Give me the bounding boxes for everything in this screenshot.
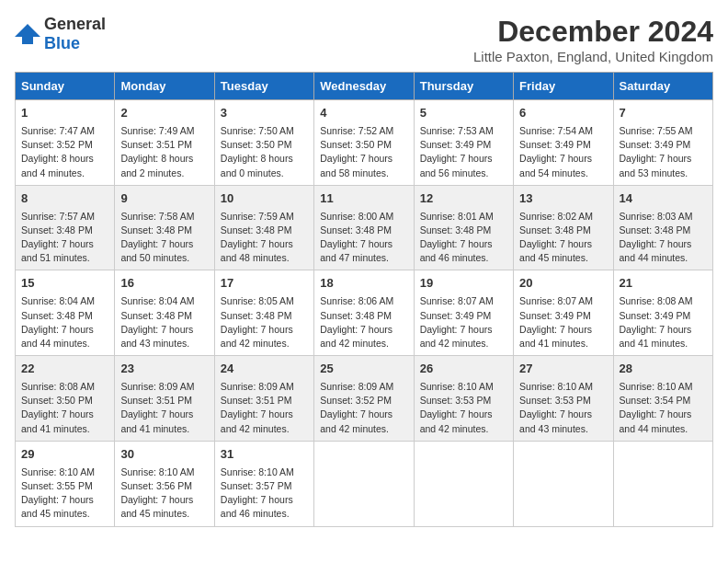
day-number: 20 xyxy=(519,275,607,293)
calendar-cell: 3Sunrise: 7:50 AM Sunset: 3:50 PM Daylig… xyxy=(214,100,313,186)
day-number: 13 xyxy=(519,190,607,208)
week-row-2: 8Sunrise: 7:57 AM Sunset: 3:48 PM Daylig… xyxy=(16,185,713,270)
day-number: 3 xyxy=(221,105,308,122)
calendar-cell xyxy=(414,441,513,526)
day-info: Sunrise: 8:10 AM Sunset: 3:55 PM Dayligh… xyxy=(21,465,108,522)
day-info: Sunrise: 8:07 AM Sunset: 3:49 PM Dayligh… xyxy=(519,294,607,350)
day-info: Sunrise: 8:04 AM Sunset: 3:48 PM Dayligh… xyxy=(21,294,108,350)
day-info: Sunrise: 8:04 AM Sunset: 3:48 PM Dayligh… xyxy=(120,294,208,350)
day-number: 22 xyxy=(21,361,108,378)
calendar-cell: 10Sunrise: 7:59 AM Sunset: 3:48 PM Dayli… xyxy=(214,185,313,270)
header: General Blue December 2024 Little Paxton… xyxy=(15,15,713,64)
calendar-cell: 20Sunrise: 8:07 AM Sunset: 3:49 PM Dayli… xyxy=(514,270,613,356)
day-number: 23 xyxy=(120,361,208,378)
day-info: Sunrise: 8:00 AM Sunset: 3:48 PM Dayligh… xyxy=(320,210,407,266)
day-info: Sunrise: 7:53 AM Sunset: 3:49 PM Dayligh… xyxy=(420,124,507,180)
calendar-cell: 19Sunrise: 8:07 AM Sunset: 3:49 PM Dayli… xyxy=(414,270,513,356)
day-info: Sunrise: 7:58 AM Sunset: 3:48 PM Dayligh… xyxy=(120,210,208,266)
day-info: Sunrise: 8:02 AM Sunset: 3:48 PM Dayligh… xyxy=(519,210,607,266)
day-number: 4 xyxy=(320,105,407,122)
day-number: 29 xyxy=(21,446,108,464)
day-info: Sunrise: 7:57 AM Sunset: 3:48 PM Dayligh… xyxy=(21,210,108,266)
calendar-cell: 23Sunrise: 8:09 AM Sunset: 3:51 PM Dayli… xyxy=(115,356,214,442)
day-number: 12 xyxy=(420,190,507,208)
col-header-thursday: Thursday xyxy=(414,73,513,100)
day-number: 5 xyxy=(420,105,507,122)
logo: General Blue xyxy=(15,15,106,53)
day-number: 28 xyxy=(620,361,707,378)
day-number: 21 xyxy=(620,275,707,293)
day-info: Sunrise: 8:01 AM Sunset: 3:48 PM Dayligh… xyxy=(420,210,507,266)
day-number: 11 xyxy=(320,190,407,208)
calendar-cell: 6Sunrise: 7:54 AM Sunset: 3:49 PM Daylig… xyxy=(514,100,613,186)
day-info: Sunrise: 7:55 AM Sunset: 3:49 PM Dayligh… xyxy=(620,124,707,180)
day-number: 14 xyxy=(620,190,707,208)
calendar-cell: 28Sunrise: 8:10 AM Sunset: 3:54 PM Dayli… xyxy=(613,356,712,442)
col-header-monday: Monday xyxy=(115,73,214,100)
calendar-cell: 18Sunrise: 8:06 AM Sunset: 3:48 PM Dayli… xyxy=(314,270,414,356)
calendar-cell xyxy=(613,441,712,526)
calendar-cell: 11Sunrise: 8:00 AM Sunset: 3:48 PM Dayli… xyxy=(314,185,414,270)
day-info: Sunrise: 7:59 AM Sunset: 3:48 PM Dayligh… xyxy=(221,210,308,266)
calendar-cell: 15Sunrise: 8:04 AM Sunset: 3:48 PM Dayli… xyxy=(16,270,115,356)
day-number: 24 xyxy=(221,361,308,378)
day-info: Sunrise: 8:03 AM Sunset: 3:48 PM Dayligh… xyxy=(620,210,707,266)
col-header-tuesday: Tuesday xyxy=(214,73,313,100)
week-row-3: 15Sunrise: 8:04 AM Sunset: 3:48 PM Dayli… xyxy=(16,270,713,356)
calendar-cell: 22Sunrise: 8:08 AM Sunset: 3:50 PM Dayli… xyxy=(16,356,115,442)
subtitle: Little Paxton, England, United Kingdom xyxy=(473,49,713,64)
calendar-cell xyxy=(314,441,414,526)
col-header-saturday: Saturday xyxy=(613,73,712,100)
day-info: Sunrise: 7:54 AM Sunset: 3:49 PM Dayligh… xyxy=(519,124,607,180)
day-number: 1 xyxy=(21,105,108,122)
day-info: Sunrise: 8:08 AM Sunset: 3:50 PM Dayligh… xyxy=(21,380,108,436)
col-header-wednesday: Wednesday xyxy=(314,73,414,100)
day-info: Sunrise: 8:10 AM Sunset: 3:57 PM Dayligh… xyxy=(221,465,308,522)
day-info: Sunrise: 7:52 AM Sunset: 3:50 PM Dayligh… xyxy=(320,124,407,180)
calendar-cell: 31Sunrise: 8:10 AM Sunset: 3:57 PM Dayli… xyxy=(214,441,313,526)
day-info: Sunrise: 8:09 AM Sunset: 3:51 PM Dayligh… xyxy=(221,380,308,436)
day-number: 9 xyxy=(120,190,208,208)
day-number: 31 xyxy=(221,446,308,464)
calendar-cell: 1Sunrise: 7:47 AM Sunset: 3:52 PM Daylig… xyxy=(16,100,115,186)
calendar-cell: 9Sunrise: 7:58 AM Sunset: 3:48 PM Daylig… xyxy=(115,185,214,270)
day-info: Sunrise: 7:47 AM Sunset: 3:52 PM Dayligh… xyxy=(21,124,108,180)
day-info: Sunrise: 7:49 AM Sunset: 3:51 PM Dayligh… xyxy=(120,124,208,180)
calendar-cell: 27Sunrise: 8:10 AM Sunset: 3:53 PM Dayli… xyxy=(514,356,613,442)
svg-marker-0 xyxy=(15,24,40,44)
day-number: 8 xyxy=(21,190,108,208)
title-area: December 2024 Little Paxton, England, Un… xyxy=(473,15,713,64)
day-info: Sunrise: 8:10 AM Sunset: 3:56 PM Dayligh… xyxy=(120,465,208,522)
week-row-1: 1Sunrise: 7:47 AM Sunset: 3:52 PM Daylig… xyxy=(16,100,713,186)
day-info: Sunrise: 8:10 AM Sunset: 3:54 PM Dayligh… xyxy=(620,380,707,436)
day-info: Sunrise: 8:09 AM Sunset: 3:52 PM Dayligh… xyxy=(320,380,407,436)
header-row: SundayMondayTuesdayWednesdayThursdayFrid… xyxy=(16,73,713,100)
day-info: Sunrise: 8:06 AM Sunset: 3:48 PM Dayligh… xyxy=(320,294,407,350)
calendar-table: SundayMondayTuesdayWednesdayThursdayFrid… xyxy=(15,72,713,527)
day-info: Sunrise: 8:08 AM Sunset: 3:49 PM Dayligh… xyxy=(620,294,707,350)
day-number: 15 xyxy=(21,275,108,293)
day-number: 16 xyxy=(120,275,208,293)
calendar-cell: 4Sunrise: 7:52 AM Sunset: 3:50 PM Daylig… xyxy=(314,100,414,186)
calendar-cell: 30Sunrise: 8:10 AM Sunset: 3:56 PM Dayli… xyxy=(115,441,214,526)
calendar-cell: 29Sunrise: 8:10 AM Sunset: 3:55 PM Dayli… xyxy=(16,441,115,526)
day-number: 2 xyxy=(120,105,208,122)
day-number: 30 xyxy=(120,446,208,464)
week-row-5: 29Sunrise: 8:10 AM Sunset: 3:55 PM Dayli… xyxy=(16,441,713,526)
day-info: Sunrise: 8:10 AM Sunset: 3:53 PM Dayligh… xyxy=(420,380,507,436)
day-number: 17 xyxy=(221,275,308,293)
calendar-cell: 2Sunrise: 7:49 AM Sunset: 3:51 PM Daylig… xyxy=(115,100,214,186)
main-title: December 2024 xyxy=(473,15,713,49)
logo-blue: Blue xyxy=(44,34,80,52)
calendar-cell: 7Sunrise: 7:55 AM Sunset: 3:49 PM Daylig… xyxy=(613,100,712,186)
calendar-cell: 16Sunrise: 8:04 AM Sunset: 3:48 PM Dayli… xyxy=(115,270,214,356)
day-number: 19 xyxy=(420,275,507,293)
col-header-sunday: Sunday xyxy=(16,73,115,100)
logo-general: General xyxy=(44,15,106,33)
day-info: Sunrise: 8:07 AM Sunset: 3:49 PM Dayligh… xyxy=(420,294,507,350)
calendar-cell: 26Sunrise: 8:10 AM Sunset: 3:53 PM Dayli… xyxy=(414,356,513,442)
day-number: 26 xyxy=(420,361,507,378)
calendar-cell: 14Sunrise: 8:03 AM Sunset: 3:48 PM Dayli… xyxy=(613,185,712,270)
day-number: 10 xyxy=(221,190,308,208)
calendar-cell: 13Sunrise: 8:02 AM Sunset: 3:48 PM Dayli… xyxy=(514,185,613,270)
